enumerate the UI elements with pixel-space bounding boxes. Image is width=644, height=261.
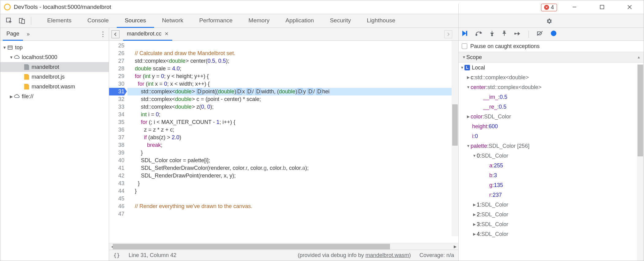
error-count: 4 xyxy=(551,4,554,11)
source-link[interactable]: mandelbrot.wasm xyxy=(366,252,409,258)
divider xyxy=(528,31,529,38)
editor-vertical-scrollbar[interactable] xyxy=(452,41,458,236)
editor-horizontal-scrollbar[interactable]: ◀ ▶ xyxy=(109,243,458,250)
tree-host[interactable]: ▼ localhost:5000 xyxy=(0,52,109,62)
tab-performance[interactable]: Performance xyxy=(191,14,241,28)
pause-on-exceptions-icon[interactable] xyxy=(551,31,556,38)
tree-file-wasm[interactable]: mandelbrot.wasm xyxy=(0,82,109,91)
tree-label: top xyxy=(15,44,23,51)
expand-icon: ▼ xyxy=(9,55,14,60)
deactivate-breakpoints-icon[interactable] xyxy=(537,31,543,38)
step-out-icon[interactable] xyxy=(502,31,506,38)
var-palette-3[interactable]: ▶3: SDL_Color xyxy=(459,219,644,229)
tree-file-protocol[interactable]: ▶ file:// xyxy=(0,91,109,101)
script-icon xyxy=(24,84,30,90)
tree-label: mandelbrot.js xyxy=(32,74,65,80)
close-tab-icon[interactable]: ✕ xyxy=(165,31,169,37)
svg-point-14 xyxy=(504,31,505,32)
scope-local[interactable]: ▼L Local xyxy=(459,63,644,73)
nav-fwd-button[interactable] xyxy=(444,30,452,38)
cloud-icon xyxy=(14,93,20,99)
var-palette-0[interactable]: ▼0: SDL_Color xyxy=(459,151,644,161)
var-palette-0-g[interactable]: g: 135 xyxy=(459,180,644,190)
scrollbar-thumb[interactable] xyxy=(638,65,643,156)
var-c[interactable]: ▶c: std::complex<double> xyxy=(459,73,644,82)
pause-on-caught-row[interactable]: Pause on caught exceptions xyxy=(459,41,644,52)
tree-top-frame[interactable]: ▼ top xyxy=(0,43,109,52)
svg-point-16 xyxy=(514,33,516,34)
svg-rect-20 xyxy=(554,32,555,35)
cursor-position: Line 31, Column 42 xyxy=(129,252,176,259)
page-tab[interactable]: Page xyxy=(3,28,23,41)
svg-rect-9 xyxy=(466,31,467,35)
var-i[interactable]: i: 0 xyxy=(459,131,644,141)
cloud-icon xyxy=(14,54,20,60)
navigator-menu-icon[interactable]: ⋮ xyxy=(100,31,106,38)
step-into-icon[interactable] xyxy=(490,31,494,38)
main-toolbar: ElementsConsoleSourcesNetworkPerformance… xyxy=(0,14,644,28)
svg-rect-7 xyxy=(8,46,12,49)
document-icon xyxy=(24,64,30,70)
tab-memory[interactable]: Memory xyxy=(241,14,278,28)
tab-console[interactable]: Console xyxy=(79,14,117,28)
var-palette-1[interactable]: ▶1: SDL_Color xyxy=(459,200,644,210)
var-center-re[interactable]: __re_: 0.5 xyxy=(459,102,644,112)
more-tabs-icon[interactable]: » xyxy=(27,31,30,37)
section-chevron-icon: ▲ xyxy=(637,55,641,59)
scope-section-header[interactable]: ▼ Scope ▲ xyxy=(459,52,644,63)
devtools-logo-icon xyxy=(4,4,11,10)
tree-label: file:// xyxy=(22,93,33,100)
svg-point-10 xyxy=(476,34,477,35)
tab-application[interactable]: Application xyxy=(278,14,322,28)
tree-file-js[interactable]: mandelbrot.js xyxy=(0,72,109,82)
nav-back-button[interactable] xyxy=(112,30,119,38)
var-palette-0-r[interactable]: r: 237 xyxy=(459,190,644,200)
var-palette-0-b[interactable]: b: 3 xyxy=(459,170,644,180)
source-origin: (provided via debug info by mandelbrot.w… xyxy=(298,252,411,259)
expand-icon: ▶ xyxy=(9,94,14,99)
checkbox[interactable] xyxy=(462,43,467,49)
tree-file-mandelbrot[interactable]: mandelbrot xyxy=(0,62,109,72)
tree-label: mandelbrot.wasm xyxy=(32,84,75,90)
step-icon[interactable] xyxy=(514,31,521,37)
code-content[interactable]: // Calculate and draw the Mandelbrot set… xyxy=(127,41,458,243)
script-icon xyxy=(24,74,30,80)
scrollbar-thumb[interactable] xyxy=(113,244,390,249)
tab-network[interactable]: Network xyxy=(154,14,191,28)
scope-label: Scope xyxy=(466,54,482,61)
code-editor[interactable]: 2526272829303132333435363738394041424344… xyxy=(109,41,458,243)
var-height[interactable]: height: 600 xyxy=(459,121,644,131)
line-gutter[interactable]: 2526272829303132333435363738394041424344… xyxy=(109,41,127,243)
step-over-icon[interactable] xyxy=(475,31,482,38)
var-center-im[interactable]: __im_: 0.5 xyxy=(459,92,644,102)
var-palette-2[interactable]: ▶2: SDL_Color xyxy=(459,210,644,219)
var-palette-4[interactable]: ▶4: SDL_Color xyxy=(459,229,644,239)
editor-tabbar: mandelbrot.cc ✕ xyxy=(109,28,458,41)
tab-sources[interactable]: Sources xyxy=(117,14,154,28)
debugger-panel: Pause on caught exceptions ▼ Scope ▲ ▼L … xyxy=(458,28,644,261)
debugger-vertical-scrollbar[interactable] xyxy=(637,65,644,261)
settings-icon[interactable] xyxy=(545,17,553,25)
editor-tab[interactable]: mandelbrot.cc ✕ xyxy=(123,28,172,41)
tab-security[interactable]: Security xyxy=(322,14,359,28)
var-center[interactable]: ▼center: std::complex<double> xyxy=(459,82,644,92)
var-palette[interactable]: ▼palette: SDL_Color [256] xyxy=(459,141,644,151)
expand-icon: ▼ xyxy=(462,55,466,59)
scrollbar-thumb[interactable] xyxy=(452,104,458,146)
tab-elements[interactable]: Elements xyxy=(39,14,79,28)
error-icon: ✕ xyxy=(544,5,549,10)
file-tree: ▼ top ▼ localhost:5000 mandelbrot mandel… xyxy=(0,41,109,261)
scroll-right-icon[interactable]: ▶ xyxy=(452,243,458,250)
pretty-print-icon[interactable]: {} xyxy=(113,252,120,259)
device-toolbar-icon[interactable] xyxy=(17,16,27,25)
error-count-badge[interactable]: ✕ 4 xyxy=(541,4,557,11)
tab-lighthouse[interactable]: Lighthouse xyxy=(359,14,403,28)
inspect-element-icon[interactable] xyxy=(5,16,14,25)
coverage-status: Coverage: n/a xyxy=(419,252,454,259)
var-palette-0-a[interactable]: a: 255 xyxy=(459,161,644,170)
var-color[interactable]: ▶color: SDL_Color xyxy=(459,112,644,121)
local-badge-icon: L xyxy=(464,65,470,70)
navigator-header: Page » ⋮ xyxy=(0,28,109,41)
window-title: DevTools - localhost:5000/mandelbrot xyxy=(14,4,111,10)
resume-icon[interactable] xyxy=(462,31,467,38)
